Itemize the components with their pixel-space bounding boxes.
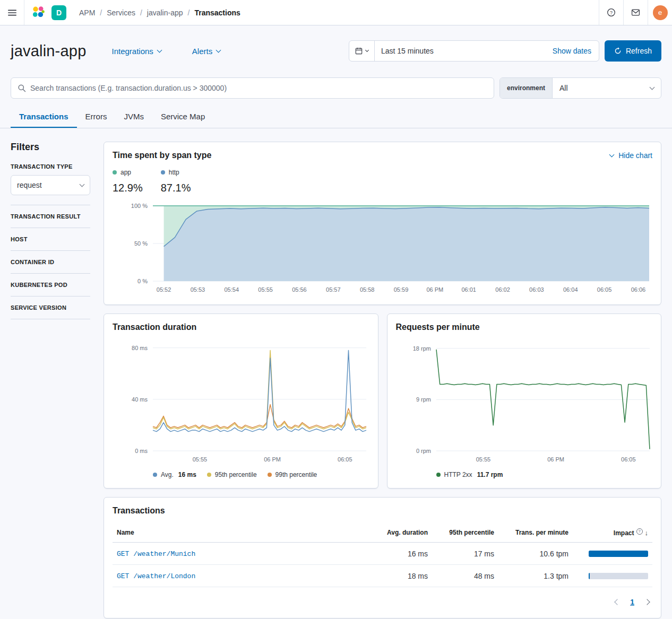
svg-text:05:56: 05:56	[292, 286, 307, 293]
search-row: environment All	[0, 77, 672, 99]
transaction-link-london[interactable]: GET /weather/London	[117, 572, 195, 580]
help-button[interactable]: ?	[599, 0, 623, 25]
legend-item-http[interactable]: http	[161, 169, 179, 176]
transactions-table-title: Transactions	[113, 506, 652, 516]
requests-per-minute-chart[interactable]: 0 rpm9 rpm18 rpm05:5506 PM06:05	[396, 338, 653, 466]
refresh-button[interactable]: Refresh	[605, 40, 661, 62]
time-range-value[interactable]: Last 15 minutes	[375, 47, 553, 55]
svg-text:05:59: 05:59	[394, 286, 409, 293]
newsfeed-button[interactable]	[623, 0, 648, 25]
filter-section-container-id[interactable]: CONTAINER ID	[11, 251, 90, 273]
svg-text:06:01: 06:01	[461, 286, 476, 293]
environment-select[interactable]: All	[553, 78, 661, 98]
cell-95th: 17 ms	[432, 543, 498, 565]
show-dates-button[interactable]: Show dates	[553, 47, 599, 55]
search-input[interactable]	[30, 84, 487, 92]
svg-text:06:02: 06:02	[495, 286, 510, 293]
cell-avg-duration: 16 ms	[366, 543, 432, 565]
svg-text:40 ms: 40 ms	[132, 396, 148, 403]
environment-filter: environment All	[499, 77, 661, 99]
span-type-chart[interactable]: 0 %50 %100 %05:5205:5305:5405:5505:5605:…	[113, 202, 652, 296]
svg-text:05:55: 05:55	[258, 286, 273, 293]
chevron-down-icon	[650, 84, 655, 90]
app-legend-dot	[113, 170, 117, 175]
impact-bar	[589, 551, 648, 557]
legend-item-app[interactable]: app	[113, 169, 131, 176]
user-menu-button[interactable]: e	[648, 0, 672, 25]
question-in-circle-icon[interactable]: ?	[636, 528, 643, 535]
svg-text:06 PM: 06 PM	[547, 456, 564, 463]
filter-section-service-version[interactable]: SERVICE VERSION	[11, 297, 90, 319]
alerts-label: Alerts	[192, 47, 212, 56]
p99-legend-label: 99th percentile	[275, 471, 317, 478]
breadcrumb-services[interactable]: Services	[107, 8, 147, 17]
http2xx-legend-dot	[436, 473, 441, 477]
svg-text:06:06: 06:06	[631, 286, 646, 293]
transaction-type-select[interactable]: request	[11, 175, 90, 195]
hide-chart-label: Hide chart	[618, 151, 652, 160]
integrations-menu[interactable]: Integrations	[111, 47, 161, 56]
filter-section-host[interactable]: HOST	[11, 228, 90, 250]
chevron-down-icon	[609, 152, 615, 157]
next-page-button[interactable]	[644, 599, 650, 605]
requests-per-minute-panel: Requests per minute 0 rpm9 rpm18 rpm05:5…	[387, 313, 662, 489]
divider	[11, 319, 90, 319]
svg-text:80 ms: 80 ms	[132, 345, 148, 351]
rpm-legend: HTTP 2xx 11.7 rpm	[436, 471, 653, 478]
menu-icon	[8, 8, 16, 17]
tab-jvms[interactable]: JVMs	[115, 106, 152, 128]
svg-text:0 rpm: 0 rpm	[416, 448, 430, 454]
p95-legend-label: 95th percentile	[215, 471, 257, 478]
quick-select-button[interactable]	[349, 41, 375, 61]
transaction-duration-chart[interactable]: 0 ms40 ms80 ms05:5506 PM06:05	[113, 338, 369, 466]
avg-legend-label: Avg.	[161, 471, 174, 478]
svg-text:06:05: 06:05	[597, 286, 612, 293]
refresh-label: Refresh	[626, 47, 652, 55]
elastic-logo-icon[interactable]	[32, 6, 45, 19]
column-header-tpm[interactable]: Trans. per minute	[498, 523, 573, 543]
cell-avg-duration: 18 ms	[366, 565, 432, 587]
breadcrumb-current: Transactions	[194, 8, 240, 17]
svg-text:06:04: 06:04	[563, 286, 578, 293]
breadcrumb-service[interactable]: javalin-app	[147, 8, 195, 17]
breadcrumb-apm[interactable]: APM	[79, 8, 107, 17]
hide-chart-button[interactable]: Hide chart	[610, 151, 652, 160]
date-picker: Last 15 minutes Show dates	[349, 40, 599, 62]
tab-bar: Transactions Errors JVMs Service Map	[0, 106, 672, 128]
deployment-badge[interactable]: D	[51, 5, 66, 20]
environment-value: All	[559, 84, 568, 92]
svg-text:06 PM: 06 PM	[426, 286, 443, 293]
column-header-95th[interactable]: 95th percentile	[432, 523, 498, 543]
legend-item-p95[interactable]: 95th percentile	[207, 471, 257, 478]
tab-errors[interactable]: Errors	[77, 106, 116, 128]
previous-page-button[interactable]	[615, 599, 621, 605]
column-header-avg-duration[interactable]: Avg. duration	[366, 523, 432, 543]
page-number[interactable]: 1	[630, 598, 634, 606]
tab-service-map[interactable]: Service Map	[152, 106, 213, 128]
http2xx-legend-value: 11.7 rpm	[477, 471, 503, 478]
breadcrumb: APM Services javalin-app Transactions	[74, 0, 599, 25]
transactions-table: Name Avg. duration 95th percentile Trans…	[113, 523, 652, 587]
transaction-link-munich[interactable]: GET /weather/Munich	[117, 550, 195, 558]
filter-section-kubernetes-pod[interactable]: KUBERNETES POD	[11, 274, 90, 296]
column-header-impact[interactable]: Impact?↓	[573, 523, 652, 543]
page-header: javalin-app Integrations Alerts Last 15 …	[0, 25, 672, 62]
legend-item-p99[interactable]: 99th percentile	[268, 471, 317, 478]
column-header-name[interactable]: Name	[113, 523, 366, 543]
svg-text:100 %: 100 %	[131, 203, 148, 209]
svg-text:0 ms: 0 ms	[135, 448, 148, 454]
legend-item-http2xx[interactable]: HTTP 2xx 11.7 rpm	[436, 471, 503, 478]
impact-bar	[589, 573, 648, 579]
chevron-down-icon	[365, 48, 369, 51]
legend-item-avg[interactable]: Avg. 16 ms	[153, 471, 196, 478]
tab-transactions[interactable]: Transactions	[11, 106, 77, 128]
svg-text:05:57: 05:57	[326, 286, 341, 293]
search-box	[11, 77, 494, 99]
svg-text:05:55: 05:55	[193, 456, 208, 463]
avg-legend-value: 16 ms	[178, 471, 196, 478]
filter-section-transaction-result[interactable]: TRANSACTION RESULT	[11, 205, 90, 228]
menu-button[interactable]	[0, 0, 24, 25]
avatar: e	[653, 5, 668, 20]
alerts-menu[interactable]: Alerts	[192, 47, 220, 56]
duration-legend: Avg. 16 ms 95th percentile 99th percenti…	[153, 471, 369, 478]
